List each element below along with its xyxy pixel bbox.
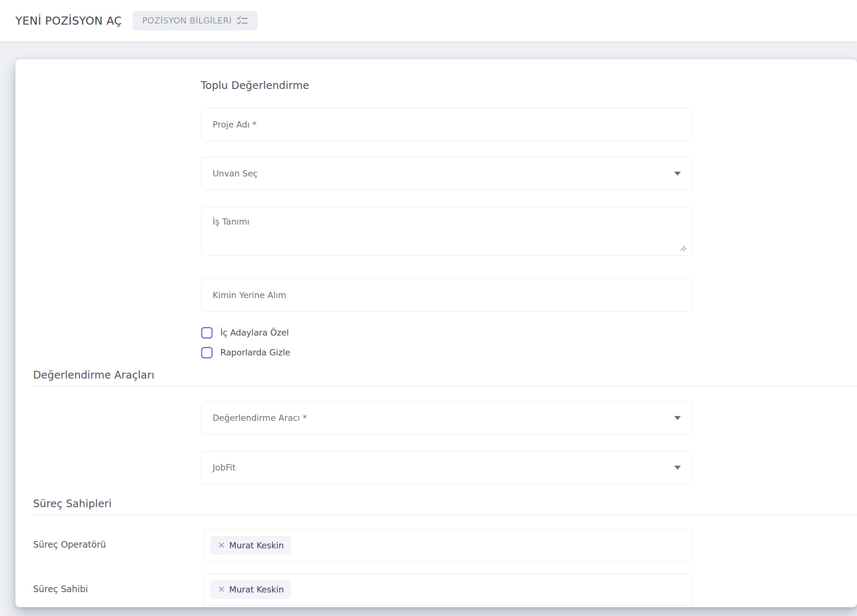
section-heading-evaluation-tools: Değerlendirme Araçları [33, 369, 155, 381]
internal-candidates-label[interactable]: İç Adaylara Özel [220, 328, 289, 337]
top-header: YENİ POZİSYON AÇ POZİSYON BİLGİLERİ [0, 0, 857, 41]
person-chip-name: Murat Keskin [229, 585, 284, 594]
process-owner-field[interactable]: ✕ Murat Keskin [204, 573, 692, 606]
person-chip-name: Murat Keskin [229, 541, 284, 550]
section-heading-bulk-evaluation: Toplu Değerlendirme [201, 79, 309, 92]
job-description-textarea[interactable] [201, 207, 692, 256]
title-select-placeholder: Unvan Seç [213, 169, 257, 178]
tab-position-info-label: POZİSYON BİLGİLERİ [142, 16, 232, 25]
chevron-down-icon [674, 171, 681, 176]
resize-handle-icon[interactable] [678, 243, 688, 253]
project-name-input[interactable] [201, 108, 692, 141]
process-operator-label: Süreç Operatörü [33, 539, 106, 550]
person-chip: ✕ Murat Keskin [211, 580, 291, 599]
person-chip: ✕ Murat Keskin [211, 536, 291, 554]
chevron-down-icon [674, 416, 681, 420]
remove-icon[interactable]: ✕ [218, 585, 225, 594]
position-form-card: Toplu Değerlendirme Unvan Seç İç Adaylar… [15, 59, 857, 607]
internal-candidates-checkbox[interactable] [201, 327, 213, 338]
jobfit-select-value: JobFit [213, 463, 235, 472]
checklist-icon [237, 15, 248, 26]
evaluation-tool-placeholder: Değerlendirme Aracı * [213, 413, 307, 423]
evaluation-tool-select[interactable]: Değerlendirme Aracı * [201, 401, 692, 434]
jobfit-select[interactable]: JobFit [201, 451, 692, 484]
title-select[interactable]: Unvan Seç [201, 157, 692, 190]
process-operator-field[interactable]: ✕ Murat Keskin [204, 529, 692, 562]
hide-in-reports-checkbox[interactable] [201, 347, 213, 358]
section-heading-process-owners: Süreç Sahipleri [33, 498, 111, 510]
internal-candidates-row: İç Adaylara Özel [201, 327, 289, 338]
job-description-wrap [201, 207, 692, 256]
remove-icon[interactable]: ✕ [218, 541, 225, 550]
section-divider [33, 514, 857, 515]
hide-in-reports-row: Raporlarda Gizle [201, 347, 290, 358]
process-owner-label: Süreç Sahibi [33, 584, 88, 595]
replacement-input[interactable] [201, 279, 692, 312]
tab-position-info[interactable]: POZİSYON BİLGİLERİ [132, 11, 257, 31]
page-title: YENİ POZİSYON AÇ [15, 14, 122, 27]
chevron-down-icon [674, 466, 681, 470]
section-divider [33, 386, 857, 387]
hide-in-reports-label[interactable]: Raporlarda Gizle [220, 348, 290, 357]
